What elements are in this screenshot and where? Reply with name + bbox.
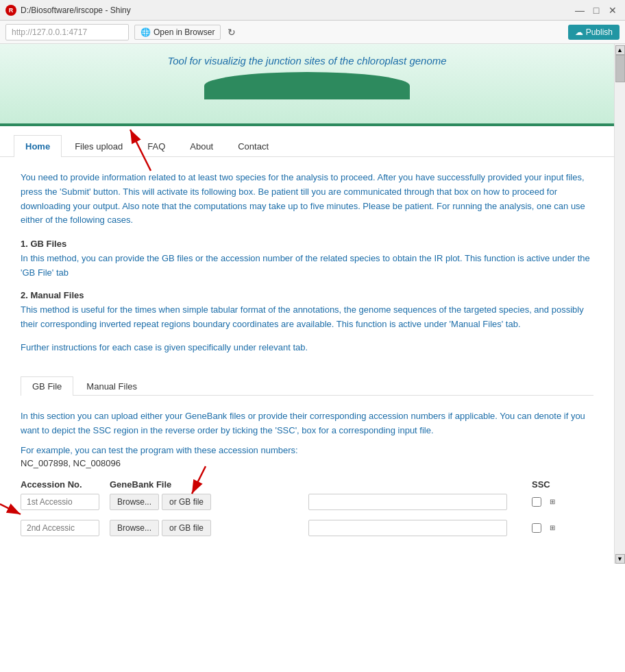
example-text: For example, you can test the program wi…: [21, 445, 593, 455]
scroll-up-button[interactable]: ▲: [615, 45, 625, 55]
publish-icon: ☁: [575, 27, 583, 37]
minimize-button[interactable]: —: [573, 3, 587, 17]
tab-faq[interactable]: FAQ: [136, 135, 177, 157]
scroll-down-button[interactable]: ▼: [615, 554, 625, 564]
subtab-gb-file[interactable]: GB File: [21, 376, 73, 396]
accession-input-1[interactable]: [21, 494, 99, 510]
scroll-thumb[interactable]: [615, 55, 625, 82]
browser-icon: 🌐: [140, 27, 151, 37]
browse-button-1[interactable]: Browse...: [110, 494, 159, 510]
col-header-ssc: SSC: [532, 479, 593, 490]
form-headers: Accession No. GeneBank File SSC: [21, 479, 593, 490]
filename-input-2[interactable]: [308, 520, 507, 536]
ssc-checkbox-1[interactable]: [532, 497, 541, 507]
open-in-browser-button[interactable]: 🌐 Open in Browser: [134, 25, 221, 40]
sub-tabs: GB File Manual Files: [21, 376, 593, 396]
window-title: D:/Biosoftware/irscope - Shiny: [21, 5, 131, 15]
app-icon: R: [5, 5, 16, 16]
content-area: You need to provide information related …: [0, 157, 614, 564]
ssc-icon-1: ⊞: [544, 496, 561, 507]
intro-text: You need to provide information related …: [21, 171, 593, 228]
col-header-accession: Accession No.: [21, 479, 110, 490]
ssc-icon-2: ⊞: [544, 523, 561, 533]
tab-files-upload[interactable]: Files upload: [63, 135, 134, 157]
header-subtitle: Tool for visualizig the junction sites o…: [14, 55, 600, 67]
nav-tabs: Home Files upload FAQ About Contact: [0, 134, 614, 157]
tab-contact[interactable]: Contact: [226, 135, 280, 157]
close-button[interactable]: ✕: [606, 3, 620, 17]
tab-about[interactable]: About: [178, 135, 225, 157]
ssc-checkbox-2[interactable]: [532, 523, 541, 533]
title-bar: R D:/Biosoftware/irscope - Shiny — □ ✕: [0, 0, 625, 21]
section2-title: 2. Manual Files: [21, 290, 593, 300]
section1-title: 1. GB Files: [21, 239, 593, 249]
accession-input-2[interactable]: [21, 520, 99, 536]
address-bar: 🌐 Open in Browser ↻ ☁ Publish: [0, 21, 625, 44]
or-gb-button-2[interactable]: or GB file: [162, 520, 211, 536]
upload-description: In this section you can upload either yo…: [21, 409, 593, 438]
filename-input-1[interactable]: [308, 494, 507, 510]
browse-button-2[interactable]: Browse...: [110, 520, 159, 536]
header-banner: Tool for visualizig the junction sites o…: [0, 44, 614, 126]
form-row-1: Browse... or GB file ⊞: [21, 494, 593, 510]
section1-body: In this method, you can provide the GB f…: [21, 252, 593, 280]
or-gb-button-1[interactable]: or GB file: [162, 494, 211, 510]
form-row-2: Browse... or GB file ⊞: [21, 520, 593, 536]
scroll-track: [615, 55, 625, 554]
tab-home[interactable]: Home: [14, 135, 62, 157]
col-header-genebank: GeneBank File: [110, 479, 308, 490]
section2-body: This method is useful for the times when…: [21, 303, 593, 332]
accession-examples: NC_007898, NC_008096: [21, 458, 593, 468]
maximize-button[interactable]: □: [589, 3, 603, 17]
url-input[interactable]: [5, 24, 129, 40]
scrollbar[interactable]: ▲ ▼: [614, 44, 625, 564]
subtab-manual-files[interactable]: Manual Files: [75, 376, 149, 396]
further-instructions: Further instructions for each case is gi…: [21, 341, 593, 355]
svg-line-3: [0, 504, 21, 514]
refresh-icon[interactable]: ↻: [226, 27, 237, 38]
publish-button[interactable]: ☁ Publish: [568, 25, 620, 40]
